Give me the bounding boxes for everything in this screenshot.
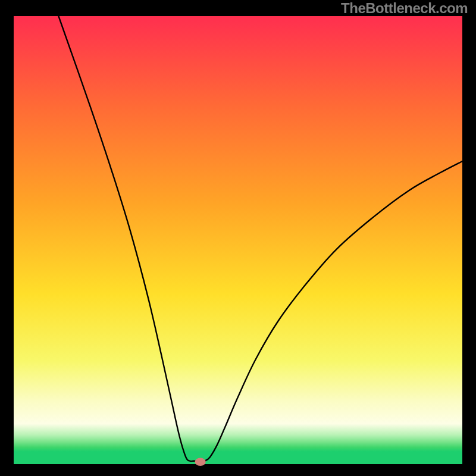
svg-rect-2 <box>0 464 476 476</box>
chart-svg <box>0 0 476 476</box>
svg-rect-4 <box>462 0 476 476</box>
svg-rect-3 <box>0 0 14 476</box>
svg-point-5 <box>195 458 206 466</box>
chart-container: TheBottleneck.com <box>0 0 476 476</box>
watermark-text: TheBottleneck.com <box>341 0 468 17</box>
